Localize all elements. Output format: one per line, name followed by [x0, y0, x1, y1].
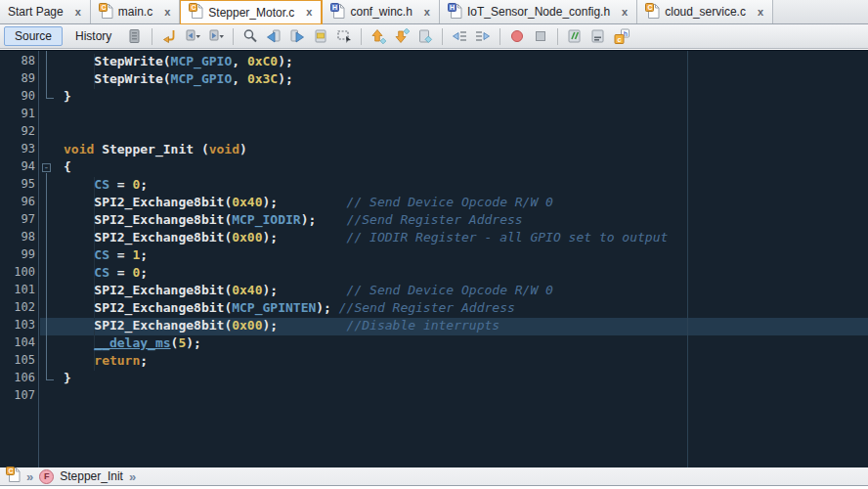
line-number: 98: [0, 230, 35, 247]
code-line: {: [55, 159, 868, 177]
back-nav-icon[interactable]: [182, 26, 203, 47]
fold-end-tick: [46, 379, 54, 380]
tab-stepper-motor-c[interactable]: CStepper_Motor.cx: [180, 0, 323, 24]
source-view-button[interactable]: Source: [4, 26, 63, 46]
fold-collapse-box[interactable]: -: [42, 163, 51, 172]
line-number: 106: [0, 371, 35, 388]
tab-start-page[interactable]: Start Pagex: [0, 0, 91, 23]
tab-close-icon[interactable]: x: [75, 7, 81, 18]
find-selection-icon[interactable]: [239, 26, 261, 47]
code-line: void Stepper_Init (void): [55, 142, 868, 159]
tab-close-icon[interactable]: x: [622, 7, 628, 18]
tab-conf-winc-h[interactable]: Hconf_winc.hx: [323, 0, 440, 23]
fold-line: [46, 173, 47, 379]
toolbar-separator: [361, 28, 362, 45]
toggle-bookmark-icon[interactable]: [414, 26, 436, 47]
code-line: CS = 0;: [55, 265, 868, 283]
code-line: SPI2_Exchange8bit(0x40); // Send Device …: [55, 283, 868, 300]
last-edit-icon[interactable]: [158, 26, 180, 47]
tab-label: Start Page: [8, 5, 64, 19]
line-number: 96: [0, 195, 35, 212]
previous-bookmark-icon[interactable]: [368, 26, 389, 47]
tab-label: cloud_service.c: [665, 5, 746, 19]
shift-right-icon[interactable]: [472, 26, 494, 47]
find-previous-icon[interactable]: [263, 26, 284, 47]
line-number: 107: [0, 388, 35, 406]
rectangular-selection-icon[interactable]: [333, 26, 355, 47]
next-bookmark-icon[interactable]: [391, 26, 412, 47]
history-view-button[interactable]: History: [65, 26, 122, 46]
tab-close-icon[interactable]: x: [424, 7, 430, 18]
chevron-right-icon: »: [26, 470, 33, 483]
line-number: 88: [0, 54, 35, 71]
c-file-icon: C: [645, 3, 660, 22]
line-number: 91: [0, 107, 35, 124]
breadcrumb-function-name[interactable]: Stepper_Init: [60, 469, 123, 483]
tab-label: main.c: [118, 5, 152, 19]
svg-text:H: H: [450, 4, 455, 11]
record-macro-icon[interactable]: [506, 26, 528, 47]
code-line: }: [55, 89, 868, 107]
tab-iot-sensor-node-config-h[interactable]: HIoT_Sensor_Node_config.hx: [440, 0, 637, 23]
line-number: 97: [0, 212, 35, 230]
code-line: return;: [55, 353, 868, 371]
code-line: __delay_ms(5);: [55, 335, 868, 353]
code-line: StepWrite(MCP_GPIO, 0x3C);: [55, 71, 868, 89]
line-number: 101: [0, 283, 35, 300]
line-number: 95: [0, 177, 35, 195]
line-number: 99: [0, 247, 35, 265]
code-line: [55, 124, 868, 142]
comment-icon[interactable]: [564, 26, 586, 47]
h-file-icon: H: [330, 3, 345, 22]
gutter-separator: [38, 51, 39, 468]
code-line: CS = 1;: [55, 247, 868, 265]
line-number: 89: [0, 71, 35, 89]
code-line: [55, 388, 868, 406]
svg-text:C: C: [192, 4, 196, 11]
editor-tab-bar: Start PagexCmain.cxCStepper_Motor.cxHcon…: [0, 0, 868, 24]
c-file-icon: C: [99, 3, 113, 22]
svg-text:c: c: [618, 35, 622, 44]
line-number: 102: [0, 300, 35, 318]
c-file-icon: C: [189, 3, 203, 22]
line-number: 104: [0, 335, 35, 353]
line-number: 92: [0, 124, 35, 142]
tab-close-icon[interactable]: x: [306, 7, 312, 18]
tab-label: Stepper_Motor.c: [208, 6, 294, 20]
forward-nav-icon[interactable]: [205, 26, 227, 47]
toolbar-separator: [557, 28, 558, 45]
toolbar-separator: [152, 28, 152, 45]
code-line: SPI2_Exchange8bit(0x00); // IODIR Regist…: [55, 230, 868, 247]
tab-cloud-service-c[interactable]: Ccloud_service.cx: [637, 0, 773, 23]
code-line: StepWrite(MCP_GPIO, 0xC0);: [55, 54, 868, 71]
toggle-highlight-icon[interactable]: [310, 26, 331, 47]
svg-text:C: C: [8, 467, 13, 474]
find-next-icon[interactable]: [286, 26, 308, 47]
h-file-icon: H: [448, 3, 462, 22]
tab-close-icon[interactable]: x: [164, 7, 170, 18]
code-line: SPI2_Exchange8bit(0x40); // Send Device …: [55, 195, 868, 212]
toolbar-separator: [233, 28, 234, 45]
code-line: CS = 0;: [55, 177, 868, 195]
uncomment-icon[interactable]: [587, 26, 609, 47]
c-file-icon: C: [6, 467, 21, 486]
line-number: 105: [0, 353, 35, 371]
toolbar-separator: [499, 28, 500, 45]
stop-macro-icon[interactable]: [530, 26, 551, 47]
svg-text:C: C: [648, 4, 653, 11]
tab-label: IoT_Sensor_Node_config.h: [467, 5, 610, 19]
tab-main-c[interactable]: Cmain.cx: [91, 0, 180, 23]
fold-line: [46, 51, 47, 98]
code-editor[interactable]: -88 StepWrite(MCP_GPIO, 0xC0);89 StepWri…: [0, 50, 868, 468]
line-number: 90: [0, 89, 35, 107]
diff-doc-icon[interactable]: [124, 26, 146, 47]
shift-left-icon[interactable]: [449, 26, 470, 47]
toolbar-separator: [442, 28, 443, 45]
go-to-header-icon[interactable]: hc: [611, 26, 632, 47]
tab-close-icon[interactable]: x: [758, 7, 763, 18]
breadcrumb: C » F Stepper_Init »: [0, 467, 868, 486]
line-number: 94: [0, 159, 35, 177]
code-line: [55, 107, 868, 124]
line-number: 100: [0, 265, 35, 283]
code-line: }: [55, 371, 868, 388]
